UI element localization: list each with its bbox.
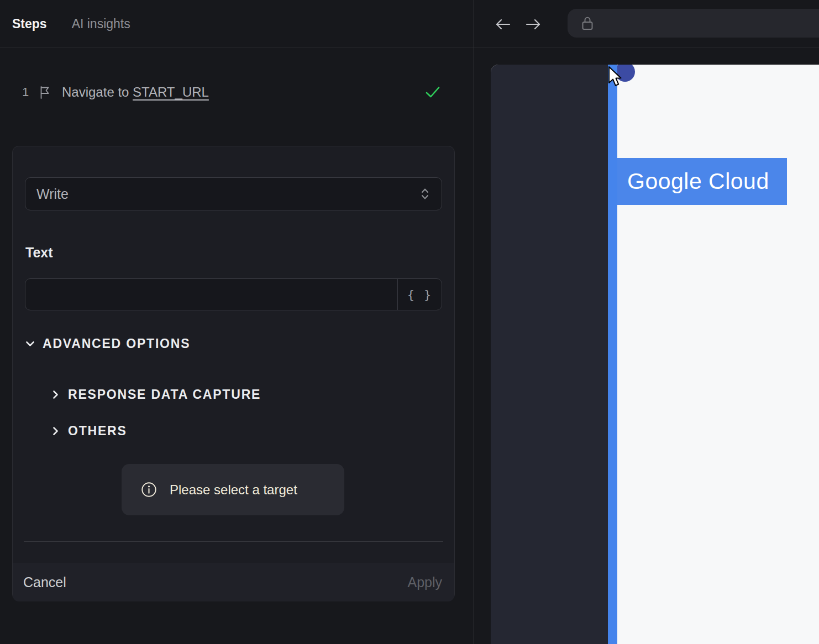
apply-button[interactable]: Apply [407, 574, 442, 590]
app-window: Steps AI insights 1 Navigate to START_UR… [0, 0, 819, 644]
left-topbar: Steps AI insights [0, 0, 474, 48]
advanced-options-toggle[interactable]: ADVANCED OPTIONS [25, 335, 190, 352]
highlight-stripe [608, 65, 617, 644]
browser-topbar [474, 0, 819, 48]
text-field-label: Text [25, 245, 53, 261]
advanced-options-label: ADVANCED OPTIONS [43, 336, 190, 351]
step-title-prefix: Navigate to [62, 85, 133, 99]
google-cloud-label: Google Cloud [627, 168, 769, 194]
tab-steps[interactable]: Steps [12, 17, 47, 31]
action-select[interactable]: Write [25, 177, 442, 210]
chevron-down-icon [25, 339, 35, 349]
cancel-button[interactable]: Cancel [23, 574, 66, 590]
tab-ai-insights[interactable]: AI insights [72, 17, 130, 31]
arrow-right-icon [524, 17, 542, 32]
step-number: 1 [22, 85, 39, 99]
others-toggle[interactable]: OTHERS [50, 423, 127, 439]
hint-text: Please select a target [170, 482, 297, 498]
steps-panel: Steps AI insights 1 Navigate to START_UR… [0, 0, 474, 644]
flag-icon [39, 86, 51, 99]
arrow-left-icon [494, 17, 512, 32]
back-button[interactable] [494, 16, 512, 33]
address-bar[interactable] [568, 9, 819, 38]
step-title: Navigate to START_URL [62, 85, 209, 100]
start-url-link[interactable]: START_URL [133, 85, 209, 99]
lock-icon [581, 15, 594, 31]
browser-viewport: Google Cloud [491, 65, 819, 644]
chevron-right-icon [50, 426, 61, 436]
google-cloud-banner[interactable]: Google Cloud [617, 158, 787, 205]
browser-panel: Google Cloud [474, 0, 819, 644]
insert-variable-button[interactable]: { } [397, 279, 442, 310]
unfold-icon [419, 187, 431, 200]
chevron-right-icon [50, 389, 61, 400]
select-target-hint: Please select a target [122, 464, 344, 515]
check-icon [424, 86, 441, 99]
page-sidebar [491, 65, 608, 644]
editor-footer: Cancel Apply [13, 563, 454, 601]
info-icon [140, 481, 158, 498]
footer-divider [24, 541, 443, 542]
response-data-capture-toggle[interactable]: RESPONSE DATA CAPTURE [50, 386, 261, 403]
step-editor-card: Write Text { } ADVA [12, 146, 455, 601]
text-input-group: { } [25, 278, 442, 310]
forward-button[interactable] [524, 16, 542, 33]
text-input[interactable] [25, 279, 397, 310]
step-row[interactable]: 1 Navigate to START_URL [0, 79, 474, 105]
others-label: OTHERS [68, 424, 127, 439]
mouse-cursor [607, 66, 625, 90]
response-data-capture-label: RESPONSE DATA CAPTURE [68, 387, 261, 402]
action-select-value: Write [36, 186, 69, 202]
